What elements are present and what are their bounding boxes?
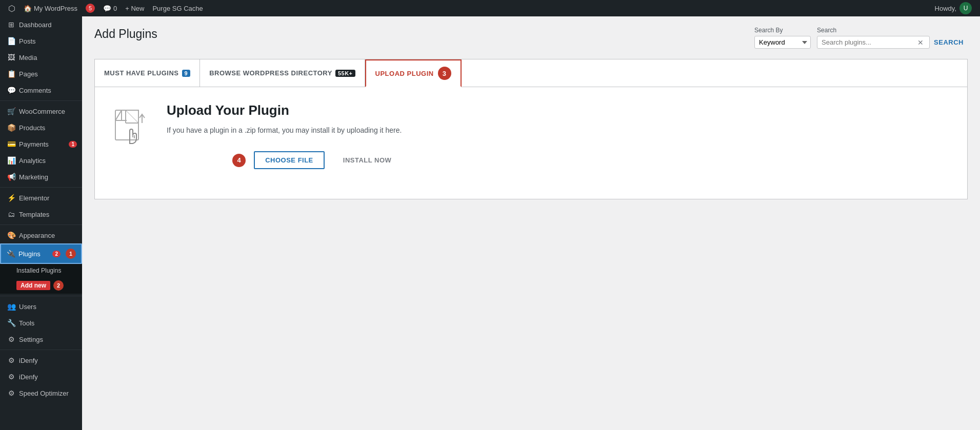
tab-must-have[interactable]: MUST HAVE PLUGINS 9 xyxy=(95,59,200,87)
sidebar-users-label: Users xyxy=(19,303,36,311)
sidebar-item-products[interactable]: 📦 Products xyxy=(0,119,82,136)
howdy-text: Howdy, U xyxy=(931,2,976,14)
analytics-icon: 📊 xyxy=(7,156,16,165)
appearance-icon: 🎨 xyxy=(7,231,16,239)
sidebar-item-elementor[interactable]: ⚡ Elementor xyxy=(0,190,82,206)
sidebar-item-tools[interactable]: 🔧 Tools xyxy=(0,315,82,331)
sidebar-item-analytics[interactable]: 📊 Analytics xyxy=(0,152,82,169)
site-name-item[interactable]: 🏠 My WordPress xyxy=(19,0,82,16)
search-input-group: Search ✕ xyxy=(817,27,924,49)
comments-item[interactable]: 💬 0 xyxy=(99,0,121,16)
sidebar-item-woocommerce[interactable]: 🛒 WooCommerce xyxy=(0,103,82,119)
sidebar-sub-installed-plugins: Installed Plugins xyxy=(0,264,82,277)
sidebar-item-settings[interactable]: ⚙ Settings xyxy=(0,331,82,347)
media-icon: 🖼 xyxy=(7,53,16,62)
sidebar-item-speed-optimizer[interactable]: ⚙ Speed Optimizer xyxy=(0,385,82,401)
page-title: Add Plugins xyxy=(94,27,157,42)
search-area: Search By Keyword Search ✕ SEARCH xyxy=(754,27,968,49)
upload-title: Upload Your Plugin xyxy=(167,103,402,118)
upload-actions: 4 CHOOSE FILE INSTALL NOW xyxy=(167,151,402,169)
sidebar-item-dashboard[interactable]: ⊞ Dashboard xyxy=(0,16,82,33)
updates-item[interactable]: 5 xyxy=(82,0,99,16)
search-by-label: Search By xyxy=(754,27,811,34)
templates-icon: 🗂 xyxy=(7,210,16,218)
search-input[interactable] xyxy=(817,36,930,49)
sidebar-speed-optimizer-label: Speed Optimizer xyxy=(19,390,69,397)
tab-upload-plugin[interactable]: UPLOAD PLUGIN 3 xyxy=(365,59,462,87)
wp-logo-item[interactable]: ⬡ xyxy=(4,0,19,16)
sidebar-item-marketing[interactable]: 📢 Marketing xyxy=(0,169,82,185)
sidebar-dashboard-label: Dashboard xyxy=(19,21,52,29)
upload-icon xyxy=(110,108,151,156)
idenfy2-icon: ⚙ xyxy=(7,373,16,381)
new-item[interactable]: + New xyxy=(121,0,148,16)
sidebar-appearance-label: Appearance xyxy=(19,232,55,239)
search-by-group: Search By Keyword xyxy=(754,27,811,49)
search-clear-icon[interactable]: ✕ xyxy=(917,38,924,47)
search-by-select[interactable]: Keyword xyxy=(754,36,811,49)
sidebar-idenfy1-label: iDenfy xyxy=(19,357,38,364)
upload-content: Upload Your Plugin If you have a plugin … xyxy=(110,103,952,169)
comments-icon: 💬 xyxy=(103,5,111,12)
must-have-badge: 9 xyxy=(182,70,191,77)
sidebar-item-media[interactable]: 🖼 Media xyxy=(0,49,82,66)
upload-label: UPLOAD PLUGIN xyxy=(375,70,434,77)
sidebar-marketing-label: Marketing xyxy=(19,173,48,181)
browse-label: BROWSE WORDPRESS DIRECTORY xyxy=(209,69,332,77)
purge-cache-label: Purge SG Cache xyxy=(152,5,203,12)
dashboard-icon: ⊞ xyxy=(7,21,16,29)
sidebar-sub-add-new[interactable]: Add new 2 xyxy=(0,277,82,294)
sidebar-item-templates[interactable]: 🗂 Templates xyxy=(0,206,82,222)
sidebar-idenfy2-label: iDenfy xyxy=(19,373,38,381)
marketing-icon: 📢 xyxy=(7,173,16,181)
upload-panel: Upload Your Plugin If you have a plugin … xyxy=(94,87,968,199)
admin-bar: ⬡ 🏠 My WordPress 5 💬 0 + New Purge SG Ca… xyxy=(0,0,980,16)
sidebar-pages-label: Pages xyxy=(19,70,38,78)
comments-count: 0 xyxy=(113,5,117,12)
sidebar-item-plugins[interactable]: 🔌 Plugins 2 1 xyxy=(0,243,82,264)
tab-browse-directory[interactable]: BROWSE WORDPRESS DIRECTORY 55K+ xyxy=(200,59,365,87)
must-have-label: MUST HAVE PLUGINS xyxy=(104,69,179,77)
user-avatar[interactable]: U xyxy=(959,2,972,14)
speed-optimizer-icon: ⚙ xyxy=(7,389,16,397)
sidebar-item-posts[interactable]: 📄 Posts xyxy=(0,33,82,49)
sidebar-comments-label: Comments xyxy=(19,87,51,94)
sidebar-item-pages[interactable]: 📋 Pages xyxy=(0,66,82,82)
sidebar-templates-label: Templates xyxy=(19,211,49,218)
plugin-tabs: MUST HAVE PLUGINS 9 BROWSE WORDPRESS DIR… xyxy=(94,59,968,87)
sidebar-item-payments[interactable]: 💳 Payments 1 xyxy=(0,136,82,152)
sidebar-divider-1 xyxy=(0,100,82,101)
search-button[interactable]: SEARCH xyxy=(930,36,968,48)
install-now-button[interactable]: INSTALL NOW xyxy=(333,152,402,168)
payments-icon: 💳 xyxy=(7,140,16,148)
sidebar-divider-2 xyxy=(0,187,82,188)
idenfy1-icon: ⚙ xyxy=(7,356,16,364)
comments-icon: 💬 xyxy=(7,86,16,94)
sidebar-item-appearance[interactable]: 🎨 Appearance xyxy=(0,227,82,243)
choose-file-button[interactable]: CHOOSE FILE xyxy=(254,151,325,169)
purge-cache-item[interactable]: Purge SG Cache xyxy=(148,0,207,16)
step3-badge: 3 xyxy=(438,67,451,80)
sidebar-item-users[interactable]: 👥 Users xyxy=(0,298,82,315)
step4-badge: 4 xyxy=(232,154,246,167)
home-icon: 🏠 xyxy=(24,5,32,12)
browse-badge: 55K+ xyxy=(335,70,355,77)
sidebar-payments-label: Payments xyxy=(19,140,49,148)
add-new-btn[interactable]: Add new xyxy=(16,281,50,290)
sidebar-products-label: Products xyxy=(19,124,45,132)
elementor-icon: ⚡ xyxy=(7,194,16,202)
users-icon: 👥 xyxy=(7,302,16,311)
step2-badge: 2 xyxy=(53,280,64,291)
products-icon: 📦 xyxy=(7,124,16,132)
sidebar-settings-label: Settings xyxy=(19,336,43,343)
sidebar-item-idenfy2[interactable]: ⚙ iDenfy xyxy=(0,368,82,385)
sidebar-item-comments[interactable]: 💬 Comments xyxy=(0,82,82,98)
sidebar-media-label: Media xyxy=(19,54,37,62)
upload-text: Upload Your Plugin If you have a plugin … xyxy=(167,103,402,169)
woocommerce-icon: 🛒 xyxy=(7,107,16,115)
main-content: Add Plugins Search By Keyword Search ✕ S… xyxy=(82,16,980,430)
wp-logo-icon: ⬡ xyxy=(8,4,15,13)
sidebar-item-idenfy1[interactable]: ⚙ iDenfy xyxy=(0,352,82,368)
payments-badge: 1 xyxy=(69,141,77,148)
search-input-wrap: ✕ xyxy=(817,36,924,49)
